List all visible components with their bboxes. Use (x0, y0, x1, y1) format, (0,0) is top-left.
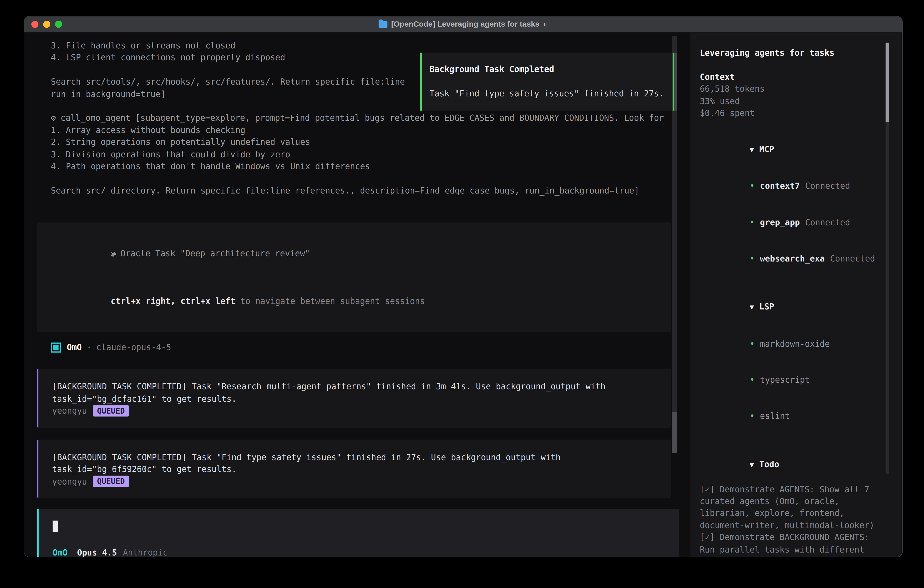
status-dot-icon: • (750, 339, 755, 349)
window-controls (31, 17, 62, 32)
oracle-task-title: Oracle Task "Deep architecture review" (120, 248, 310, 258)
mcp-heading: MCP (759, 144, 774, 154)
input-agent-label: OmO (53, 547, 68, 557)
screen: [OpenCode] Leveraging agents for tasks ◐… (0, 0, 924, 588)
terminal-line: Search src/ directory. Return specific f… (37, 184, 672, 197)
status-dot-icon: • (750, 181, 755, 191)
triangle-collapse-icon: ▼ (750, 303, 754, 311)
input-model-name: Opus 4.5 (77, 547, 117, 557)
toast-body: Task "Find type safety issues" finished … (429, 88, 665, 99)
terminal-line: 3. Division operations that could divide… (37, 148, 672, 160)
input-provider: Anthropic (123, 547, 168, 557)
terminal-window: [OpenCode] Leveraging agents for tasks ◐… (24, 16, 903, 557)
status-dot-icon: • (750, 411, 755, 421)
todo-item-done: [✓] Demonstrate AGENTS: Show all 7 curat… (700, 483, 885, 531)
task-author: yeongyu (52, 405, 87, 417)
lsp-item: •markdown-oxide (700, 325, 885, 362)
triangle-collapse-icon: ▼ (750, 146, 754, 154)
titlebar: [OpenCode] Leveraging agents for tasks ◐ (24, 17, 902, 33)
hint-text: to navigate between subagent sessions (235, 297, 425, 306)
triangle-collapse-icon: ▼ (750, 461, 754, 469)
close-button[interactable] (31, 21, 38, 28)
context-used: 33% used (700, 95, 885, 107)
tool-call-line: ⚙ call_omo_agent [subagent_type=explore,… (37, 112, 672, 124)
window-content: 3. File handles or streams not closed 4.… (24, 33, 902, 557)
todo-heading-row: ▼Todo (700, 446, 885, 483)
mcp-item: •grep_appConnected (700, 204, 885, 240)
mcp-heading-row: ▼MCP (700, 131, 885, 168)
tool-call-text: call_omo_agent [subagent_type=explore, p… (61, 112, 664, 124)
task-message-text: [BACKGROUND TASK COMPLETED] Task "Resear… (52, 381, 657, 405)
todo-checkbox-checked: [✓] (700, 484, 720, 494)
agent-square-icon (51, 342, 61, 352)
terminal-line (37, 172, 672, 184)
todo-heading: Todo (759, 459, 779, 469)
lsp-item: •typescript (700, 362, 885, 398)
task-message-meta: yeongyu QUEUED (52, 405, 657, 417)
context-spent: $0.46 spent (700, 107, 885, 119)
background-task-message: [BACKGROUND TASK COMPLETED] Task "Find t… (37, 439, 671, 498)
hint-keys: ctrl+x right, ctrl+x left (111, 297, 235, 306)
text-cursor (53, 520, 58, 532)
session-title: Leveraging agents for tasks (700, 47, 885, 59)
terminal-line: 2. String operations on potentially unde… (37, 136, 672, 148)
zoom-button[interactable] (55, 21, 62, 28)
input-model-row: OmO Opus 4.5 Anthropic (53, 547, 665, 557)
oracle-task-box: ◉Oracle Task "Deep architecture review" … (37, 223, 671, 332)
status-badge: QUEUED (93, 405, 129, 416)
agent-name: OmO (67, 341, 82, 353)
window-title: [OpenCode] Leveraging agents for tasks ◐ (379, 18, 548, 30)
agent-separator: · (87, 341, 92, 353)
folder-icon (379, 21, 388, 28)
main-scrollbar-thumb[interactable] (672, 412, 677, 453)
main-terminal-panel: 3. File handles or streams not closed 4.… (24, 33, 690, 557)
todo-item-done: [✓] Demonstrate BACKGROUND AGENTS: Run p… (700, 531, 885, 557)
oracle-task-title-row: ◉Oracle Task "Deep architecture review" (51, 235, 657, 271)
sidebar: Leveraging agents for tasks Context 66,5… (690, 33, 901, 557)
agent-model: claude-opus-4-5 (96, 341, 171, 353)
status-badge: QUEUED (93, 476, 129, 487)
context-tokens: 66,518 tokens (700, 83, 885, 95)
lsp-heading: LSP (759, 302, 774, 312)
record-circle-icon: ◉ (111, 248, 116, 258)
mcp-item: •websearch_exaConnected (700, 241, 885, 277)
terminal-line: 3. File handles or streams not closed (37, 40, 672, 51)
lsp-heading-row: ▼LSP (700, 289, 885, 325)
background-task-message: [BACKGROUND TASK COMPLETED] Task "Resear… (37, 369, 671, 428)
lsp-item: •eslint (700, 398, 885, 434)
status-dot-icon: • (750, 218, 755, 227)
task-message-text: [BACKGROUND TASK COMPLETED] Task "Find t… (52, 451, 657, 475)
mcp-item: •context7Connected (700, 168, 885, 204)
notification-toast: Background Task Completed Task "Find typ… (420, 53, 674, 111)
status-dot-icon: • (750, 375, 755, 385)
window-title-text: [OpenCode] Leveraging agents for tasks (391, 18, 539, 30)
terminal-line: 1. Array access without bounds checking (37, 124, 672, 136)
minimize-button[interactable] (43, 21, 50, 28)
half-circle-icon: ◐ (543, 18, 548, 30)
prompt-input[interactable]: OmO Opus 4.5 Anthropic (37, 509, 679, 557)
agent-row: OmO · claude-opus-4-5 (37, 341, 690, 353)
sidebar-scrollbar-thumb[interactable] (886, 43, 889, 122)
oracle-navigation-hint: ctrl+x right, ctrl+x left to navigate be… (51, 283, 657, 319)
todo-checkbox-checked: [✓] (700, 532, 720, 542)
toast-title: Background Task Completed (429, 63, 665, 75)
sidebar-scrollbar[interactable] (886, 42, 889, 474)
terminal-line: 4. Path operations that don't handle Win… (37, 160, 672, 172)
gear-icon: ⚙ (51, 112, 56, 124)
task-author: yeongyu (52, 476, 87, 487)
task-message-meta: yeongyu QUEUED (52, 476, 657, 487)
status-dot-icon: • (750, 254, 755, 263)
context-heading: Context (700, 71, 885, 83)
